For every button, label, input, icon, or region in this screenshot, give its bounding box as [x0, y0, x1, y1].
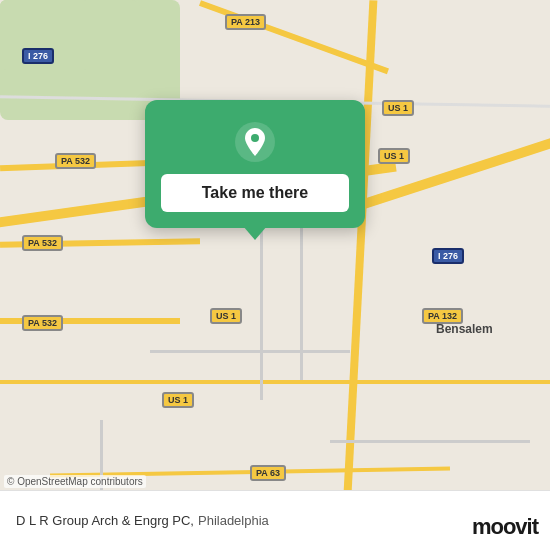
badge-us1-low: US 1: [162, 392, 194, 408]
bottom-bar: D L R Group Arch & Engrg PC, Philadelphi…: [0, 490, 550, 550]
label-bensalem: Bensalem: [436, 322, 493, 336]
badge-us1-mid: US 1: [210, 308, 242, 324]
badge-us1-top: US 1: [382, 100, 414, 116]
road-local-h2: [330, 440, 530, 443]
road-local-h1: [150, 350, 350, 353]
map-attribution: © OpenStreetMap contributors: [4, 475, 146, 488]
take-me-there-button[interactable]: Take me there: [161, 174, 349, 212]
map-container: I 276 PA 213 US 1 US 1 PA 532 PA 532 PA …: [0, 0, 550, 550]
logo-text: moovit: [472, 514, 538, 540]
badge-us1-upper: US 1: [378, 148, 410, 164]
road-us1-lower: [0, 380, 550, 384]
badge-pa532-1: PA 532: [55, 153, 96, 169]
svg-point-1: [251, 134, 259, 142]
badge-i276-top: I 276: [22, 48, 54, 64]
location-pin-icon: [233, 120, 277, 164]
badge-pa213: PA 213: [225, 14, 266, 30]
moovit-logo: moovit: [472, 514, 538, 540]
badge-pa532-3: PA 532: [22, 315, 63, 331]
popup-card: Take me there: [145, 100, 365, 228]
place-city: Philadelphia: [198, 513, 269, 528]
place-name: D L R Group Arch & Engrg PC,: [16, 513, 194, 528]
badge-pa63: PA 63: [250, 465, 286, 481]
badge-i276-right: I 276: [432, 248, 464, 264]
badge-pa532-2: PA 532: [22, 235, 63, 251]
